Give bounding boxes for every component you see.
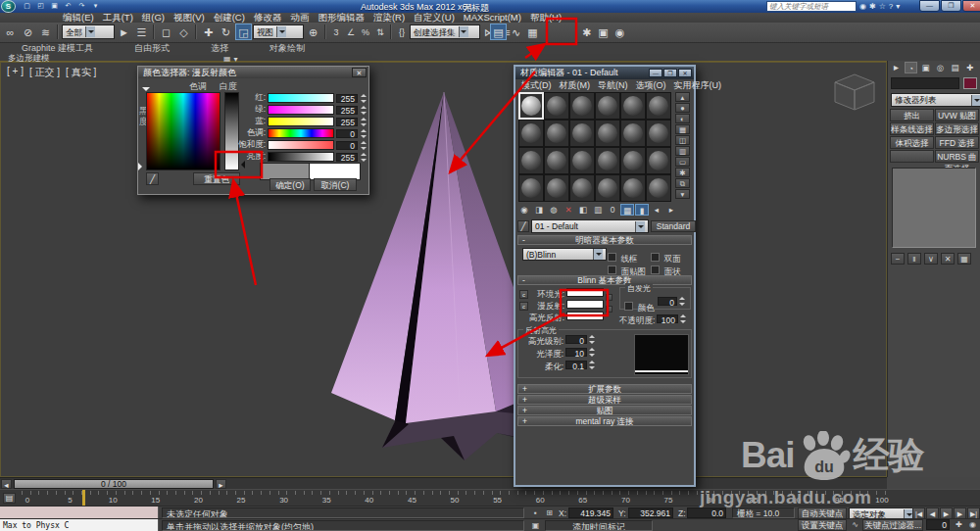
glossiness-value[interactable]: 10: [565, 348, 587, 357]
lock-diffuse-specular-icon[interactable]: c: [519, 302, 528, 311]
viewport[interactable]: [ + ] [ 正交 ] [ 真实 ]: [0, 62, 887, 477]
select-by-name-icon[interactable]: ☰: [133, 24, 150, 40]
color-slider-spinner[interactable]: [360, 94, 367, 103]
set-key-mode-icon[interactable]: ∿: [849, 519, 861, 530]
select-and-scale-icon[interactable]: ◲: [235, 24, 252, 40]
opacity-value[interactable]: 100: [657, 314, 678, 323]
me-toolbar-icon[interactable]: ◧: [576, 204, 590, 216]
specular-level-spinner[interactable]: [588, 335, 595, 344]
reference-coordinate-dropdown[interactable]: 视图: [253, 24, 304, 39]
mini-curve-editor-icon[interactable]: ▤: [3, 493, 16, 504]
color-slider-spinner[interactable]: [360, 141, 367, 150]
hue-blackness-gradient[interactable]: [146, 92, 220, 170]
sample-slot[interactable]: [518, 174, 544, 202]
selection-filter-dropdown[interactable]: 全部: [62, 24, 115, 39]
ribbon-tab[interactable]: 对象绘制: [262, 43, 313, 54]
object-color-swatch[interactable]: [963, 77, 977, 89]
me-side-icon[interactable]: ▭: [675, 157, 690, 167]
minimize-button[interactable]: —: [919, 0, 940, 12]
menu-item[interactable]: 组(G): [142, 13, 165, 23]
me-menu-item[interactable]: 选项(O): [636, 80, 666, 91]
color-slider-value[interactable]: 255: [336, 106, 358, 115]
sample-slot[interactable]: [620, 120, 646, 147]
me-toolbar-icon[interactable]: ◂: [650, 204, 663, 216]
glossiness-spinner[interactable]: [588, 348, 595, 357]
select-and-move-icon[interactable]: ✚: [200, 24, 217, 40]
sample-slot[interactable]: [646, 120, 671, 147]
edit-named-selection-icon[interactable]: {}: [395, 24, 409, 40]
ribbon-tab[interactable]: 自由形式: [126, 43, 177, 54]
tab-utilities-icon[interactable]: ✚: [963, 62, 976, 73]
me-toolbar-icon[interactable]: ◉: [517, 204, 531, 216]
lock-ambient-diffuse-icon[interactable]: c: [519, 290, 528, 299]
select-and-rotate-icon[interactable]: ↻: [218, 24, 234, 40]
render-setup-icon[interactable]: ✱: [578, 24, 595, 40]
modifier-button[interactable]: NURBS 曲面选择: [935, 150, 979, 163]
sample-slot[interactable]: [595, 174, 620, 202]
modifier-button[interactable]: FFD 选择: [935, 136, 979, 149]
schematic-view-icon[interactable]: ▦: [524, 24, 541, 40]
me-toolbar-icon[interactable]: 0: [606, 204, 619, 216]
track-bar[interactable]: ▤ 05101520253035404550556065707580859095…: [0, 489, 980, 506]
tab-create-icon[interactable]: ►: [890, 62, 903, 73]
collapsed-rollout-header[interactable]: +贴图: [517, 406, 692, 415]
menu-item[interactable]: 图形编辑器: [318, 13, 365, 23]
menu-item[interactable]: 帮助(H): [530, 13, 562, 23]
me-side-icon[interactable]: ◐: [675, 114, 690, 123]
current-frame-marker[interactable]: [82, 490, 85, 507]
color-slider-spinner[interactable]: [360, 129, 367, 138]
me-toolbar-icon[interactable]: ▥: [591, 204, 605, 216]
stack-toolbar-icon[interactable]: −: [891, 253, 905, 265]
me-menu-item[interactable]: 材质(M): [560, 80, 591, 91]
me-toolbar-icon[interactable]: ◍: [547, 204, 561, 216]
me-menu-item[interactable]: 实用程序(U): [674, 80, 722, 91]
modifier-button[interactable]: UVW 贴图: [935, 109, 979, 121]
object-name-field[interactable]: [891, 77, 959, 89]
me-side-icon[interactable]: ⧉: [675, 178, 690, 188]
sample-slot[interactable]: [518, 92, 544, 120]
viewcube[interactable]: [829, 71, 880, 118]
me-menu-item[interactable]: 导航(N): [598, 80, 628, 91]
open-file-icon[interactable]: ◰: [35, 1, 46, 11]
menu-item[interactable]: 创建(C): [214, 13, 245, 23]
search-input[interactable]: [766, 1, 857, 12]
sample-slot[interactable]: [620, 174, 646, 202]
current-frame-field[interactable]: 0: [926, 519, 950, 530]
select-object-icon[interactable]: ►: [116, 24, 132, 40]
menu-item[interactable]: MAXScript(M): [464, 13, 521, 23]
me-side-icon[interactable]: ◫: [675, 135, 690, 145]
stack-toolbar-icon[interactable]: ∨: [924, 253, 938, 265]
menu-item[interactable]: 视图(V): [173, 13, 205, 23]
pan-hand-icon[interactable]: ✚: [953, 519, 965, 530]
menu-item[interactable]: 自定义(U): [414, 13, 455, 23]
z-coordinate-field[interactable]: 0.0: [687, 507, 726, 518]
me-side-icon[interactable]: ✱: [675, 168, 690, 177]
sample-slot[interactable]: [518, 147, 544, 174]
time-slider-track[interactable]: ◂ 0 / 100 ▸: [0, 477, 887, 489]
absolute-mode-icon[interactable]: ⊞: [543, 507, 556, 518]
sample-slot[interactable]: [646, 174, 671, 202]
quick-access-dropdown-icon[interactable]: ▾: [90, 1, 101, 11]
stack-toolbar-icon[interactable]: ✕: [941, 253, 955, 265]
color-slider-bar[interactable]: [268, 128, 334, 138]
sample-slot[interactable]: [620, 147, 646, 174]
menu-item[interactable]: 动画: [290, 13, 309, 23]
color-slider-spinner[interactable]: [360, 106, 367, 115]
render-production-icon[interactable]: ◉: [612, 24, 628, 40]
time-tag-icon[interactable]: ▣: [529, 520, 542, 531]
sample-slot[interactable]: [569, 174, 595, 202]
sample-slot[interactable]: [544, 147, 569, 174]
add-time-tag-field[interactable]: 添加时间标记: [545, 520, 653, 531]
app-logo-icon[interactable]: S: [1, 0, 16, 13]
rectangular-region-icon[interactable]: ◻: [158, 24, 174, 40]
sample-eyedropper-icon[interactable]: ╱: [146, 172, 159, 185]
sample-slot[interactable]: [646, 92, 671, 120]
tab-motion-icon[interactable]: ◎: [934, 62, 947, 73]
modifier-stack[interactable]: [892, 168, 976, 248]
y-coordinate-field[interactable]: 352.961: [628, 507, 673, 518]
time-slider-handle[interactable]: 0 / 100: [14, 479, 214, 489]
close-button[interactable]: ✕: [962, 0, 980, 12]
favorites-icon[interactable]: ☆: [879, 1, 886, 12]
me-side-icon[interactable]: ▴: [675, 92, 690, 102]
modifier-button[interactable]: 样条线选择: [890, 122, 934, 135]
